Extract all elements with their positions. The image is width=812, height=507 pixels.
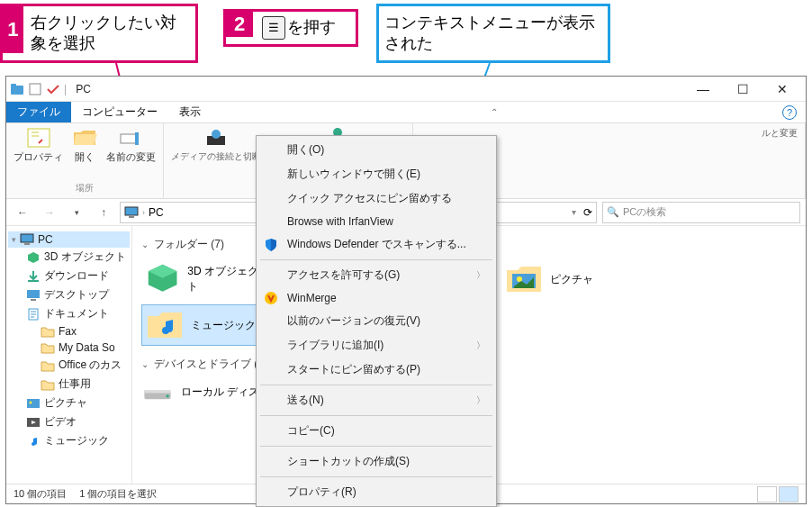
annotation-2: 2 ☰ を押す	[223, 9, 358, 47]
menu-item-label: プロパティ(R)	[287, 484, 356, 500]
tree-item[interactable]: ミュージック	[8, 431, 130, 450]
svg-point-7	[212, 130, 221, 139]
doc-icon	[26, 308, 41, 321]
ribbon-rename-label: 名前の変更	[106, 150, 156, 164]
svg-rect-0	[11, 86, 23, 95]
menu-item-label: 新しいウィンドウで開く(E)	[287, 167, 420, 182]
nav-forward-button[interactable]: →	[39, 202, 60, 223]
tree-item[interactable]: Fax	[8, 323, 130, 340]
view-mode-buttons	[757, 486, 798, 502]
ribbon-group-location: プロパティ 開く 名前の変更 場所	[6, 123, 164, 198]
tree-item[interactable]: デスクトップ	[8, 285, 130, 304]
folder-label: 3D オブジェクト	[187, 264, 264, 294]
picture-icon	[505, 263, 543, 295]
winmerge-icon	[264, 291, 278, 305]
qat-item[interactable]	[46, 82, 60, 96]
tree-item[interactable]: 仕事用	[8, 375, 130, 394]
chevron-down-icon: ▾	[12, 235, 16, 244]
context-menu-item[interactable]: 新しいウィンドウで開く(E)	[258, 162, 494, 186]
ribbon-open-button[interactable]: 開く	[72, 127, 97, 164]
titlebar: | PC — ☐ ✕	[6, 77, 806, 102]
help-icon[interactable]: ?	[782, 105, 797, 120]
quick-access-toolbar: |	[10, 82, 67, 96]
tree-item-label: Office のカス	[59, 358, 122, 373]
minimize-button[interactable]: —	[683, 77, 723, 101]
menu-item-label: ライブラリに追加(I)	[287, 338, 383, 353]
context-menu-item[interactable]: WinMerge	[258, 287, 494, 309]
ribbon-rename-button[interactable]: 名前の変更	[106, 127, 156, 164]
folder-item[interactable]: ピクチャ	[501, 259, 627, 299]
context-menu-item[interactable]: Browse with IrfanView	[258, 211, 494, 232]
tree-item[interactable]: My Data So	[8, 340, 130, 356]
menu-item-label: ショートカットの作成(S)	[287, 454, 410, 469]
menu-item-label: Windows Defender でスキャンする...	[287, 237, 466, 252]
ribbon-properties-button[interactable]: プロパティ	[14, 127, 63, 164]
svg-point-27	[166, 394, 168, 397]
context-menu-item[interactable]: プロパティ(R)	[258, 480, 494, 504]
video-icon	[26, 416, 41, 429]
svg-rect-14	[28, 280, 39, 282]
chevron-down-icon: ⌄	[141, 359, 149, 369]
annotation-2-number: 2	[226, 12, 253, 37]
tree-item[interactable]: ビデオ	[8, 412, 130, 431]
menu-item-label: Browse with IrfanView	[287, 215, 393, 228]
context-menu: 開く(O)新しいウィンドウで開く(E)クイック アクセスにピン留めするBrows…	[256, 135, 497, 507]
nav-back-button[interactable]: ←	[12, 202, 33, 223]
context-menu-item[interactable]: スタートにピン留めする(P)	[258, 358, 494, 382]
address-dropdown-icon[interactable]: ▾	[572, 207, 576, 217]
context-menu-item[interactable]: 以前のバージョンの復元(V)	[258, 309, 494, 333]
refresh-button[interactable]: ⟳	[583, 206, 592, 219]
folder-item[interactable]: 3D オブジェクト	[141, 259, 267, 299]
app-icon	[10, 82, 24, 96]
tree-item-label: ミュージック	[44, 433, 109, 448]
nav-up-button[interactable]: ↑	[93, 202, 114, 223]
view-details-button[interactable]	[757, 486, 777, 502]
nav-recent-dropdown[interactable]: ▾	[66, 202, 87, 223]
context-menu-item[interactable]: ショートカットの作成(S)	[258, 449, 494, 474]
qat-item[interactable]	[28, 82, 42, 96]
pc-icon	[20, 233, 34, 246]
tab-view[interactable]: 表示	[168, 102, 212, 122]
tree-item-label: ピクチャ	[44, 395, 87, 411]
svg-rect-5	[135, 132, 139, 145]
maximize-button[interactable]: ☐	[723, 77, 762, 101]
tab-file[interactable]: ファイル	[6, 102, 71, 122]
close-button[interactable]: ✕	[762, 77, 802, 101]
ribbon-collapse-icon[interactable]: ⌃	[491, 107, 498, 117]
folder-icon	[41, 359, 55, 372]
tree-item-label: 仕事用	[59, 376, 91, 392]
status-item-count: 10 個の項目	[14, 487, 67, 501]
tree-item-label: ダウンロード	[44, 268, 109, 284]
svg-rect-12	[21, 234, 33, 242]
ribbon-open-label: 開く	[75, 150, 95, 164]
menu-separator	[260, 476, 492, 477]
folder-icon	[41, 325, 55, 338]
tree-item-label: ビデオ	[44, 414, 77, 430]
context-menu-item[interactable]: 送る(N)〉	[258, 388, 494, 412]
tree-root-pc[interactable]: ▾ PC	[8, 231, 130, 248]
context-menu-item[interactable]: コピー(C)	[258, 419, 494, 443]
breadcrumb-chevron-icon[interactable]: ›	[142, 208, 145, 217]
ribbon-media-button[interactable]: メディアの接続と切断	[171, 127, 261, 163]
submenu-arrow-icon: 〉	[476, 394, 485, 407]
context-menu-item[interactable]: 開く(O)	[258, 138, 494, 162]
tree-item[interactable]: ダウンロード	[8, 267, 130, 285]
search-input[interactable]: 🔍 PCの検索	[602, 202, 800, 223]
tree-item[interactable]: 3D オブジェクト	[8, 248, 130, 267]
tree-item[interactable]: ドキュメント	[8, 304, 130, 323]
tree-item[interactable]: ピクチャ	[8, 394, 130, 412]
ribbon-group-location-label: 場所	[76, 182, 94, 195]
menu-item-label: コピー(C)	[287, 423, 335, 439]
tree-item[interactable]: Office のカス	[8, 356, 130, 375]
picture-icon	[26, 397, 41, 410]
submenu-arrow-icon: 〉	[476, 269, 485, 282]
view-icons-button[interactable]	[779, 486, 798, 502]
context-menu-item[interactable]: アクセスを許可する(G)〉	[258, 263, 494, 287]
tree-item-label: デスクトップ	[44, 287, 109, 303]
context-menu-item[interactable]: クイック アクセスにピン留めする	[258, 186, 494, 211]
pc-icon	[124, 206, 139, 219]
context-menu-item[interactable]: Windows Defender でスキャンする...	[258, 232, 494, 257]
tab-computer[interactable]: コンピューター	[71, 102, 168, 122]
folder-item-selected[interactable]: ミュージック	[141, 304, 267, 346]
context-menu-item[interactable]: ライブラリに追加(I)〉	[258, 333, 494, 358]
